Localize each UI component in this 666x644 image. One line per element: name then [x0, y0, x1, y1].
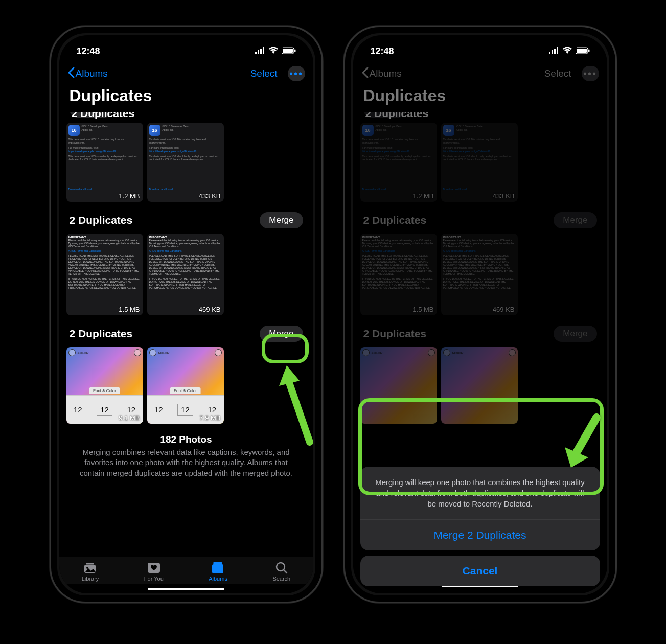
duplicate-thumb[interactable]: IMPORTANT Please read the following term… [147, 234, 224, 315]
svg-rect-16 [552, 50, 553, 54]
status-indicators [255, 46, 296, 57]
back-button: Albums [361, 67, 402, 81]
select-button: Select [539, 66, 577, 81]
file-size: 1.2 MB [412, 192, 433, 200]
status-time: 12:48 [371, 46, 394, 57]
svg-rect-6 [294, 49, 296, 52]
file-size: 1.2 MB [119, 192, 140, 200]
svg-rect-18 [557, 47, 558, 54]
duplicate-thumb: Security [441, 347, 518, 424]
foryou-icon [146, 561, 162, 574]
back-label: Albums [370, 68, 402, 79]
footer-description: Merging combines relevant data like capt… [64, 445, 308, 478]
cancel-button[interactable]: Cancel [360, 556, 600, 586]
file-size: 469 KB [199, 306, 221, 313]
tab-search[interactable]: Search [272, 561, 290, 582]
tab-label: For You [144, 576, 164, 582]
iphone-right: 12:48 Albums Select ••• Duplicates [343, 26, 617, 603]
svg-line-14 [284, 570, 287, 573]
group-label: 2 Duplicates [363, 214, 427, 226]
duplicate-thumb[interactable]: Security Font & Color 12 12 12 7.9 MB [147, 347, 224, 424]
svg-rect-21 [588, 49, 590, 52]
wifi-icon [562, 46, 572, 57]
duplicate-group: 2 Duplicates Merge Security Font & Color… [64, 323, 308, 424]
select-button[interactable]: Select [245, 66, 283, 81]
svg-point-9 [86, 567, 88, 569]
duplicate-group: 2 Duplicates Merge IMPORTANT Please read… [64, 209, 308, 315]
duplicate-group: 2 Duplicates Merge 16iOS 16 Developer Be… [358, 112, 602, 202]
wifi-icon [268, 46, 279, 57]
svg-rect-0 [255, 52, 257, 54]
screen-left: 12:48 Albums Select ••• Duplicates [59, 35, 313, 593]
more-button: ••• [582, 66, 599, 81]
svg-rect-5 [283, 49, 293, 53]
tab-foryou[interactable]: For You [144, 561, 164, 582]
duplicate-group: 2 Duplicates Merge 16iOS 16 Developer Be… [64, 112, 308, 202]
svg-rect-20 [577, 49, 587, 53]
file-size: 9.1 MB [119, 414, 140, 422]
duplicate-thumb[interactable]: 16iOS 16 Developer BetaApple Inc. This b… [66, 123, 143, 202]
duplicate-thumb: IMPORTANT Please read the following term… [360, 234, 437, 315]
back-button[interactable]: Albums [67, 67, 108, 81]
merge-duplicates-button[interactable]: Merge 2 Duplicates [360, 520, 600, 550]
file-size: 469 KB [493, 306, 515, 313]
merge-button: Merge [554, 326, 596, 342]
ellipsis-icon: ••• [583, 68, 597, 80]
svg-rect-12 [213, 562, 222, 564]
merge-button[interactable]: Merge [260, 326, 303, 342]
page-title: Duplicates [353, 84, 607, 112]
status-indicators [549, 46, 590, 57]
cellular-icon [549, 46, 559, 57]
svg-rect-17 [554, 49, 556, 54]
file-size: 1.5 MB [119, 306, 140, 313]
action-sheet: Merging will keep one photo that combine… [360, 467, 600, 586]
notch [438, 35, 522, 55]
group-label: 2 Duplicates [363, 328, 427, 340]
file-size: 1.5 MB [412, 306, 433, 313]
back-label: Albums [76, 68, 108, 79]
nav-bar: Albums Select ••• [59, 62, 313, 84]
svg-rect-11 [212, 564, 223, 573]
photo-count: 182 Photos [64, 434, 308, 445]
merge-button: Merge [554, 212, 596, 228]
duplicate-thumb: 16iOS 16 Developer BetaApple Inc. This b… [360, 123, 437, 202]
file-size: 433 KB [493, 192, 515, 200]
tab-albums[interactable]: Albums [209, 561, 227, 582]
file-size: 7.9 MB [199, 414, 220, 422]
page-title: Duplicates [59, 84, 313, 112]
screen-right: 12:48 Albums Select ••• Duplicates [353, 35, 607, 593]
svg-rect-8 [86, 563, 94, 565]
ellipsis-icon: ••• [289, 68, 303, 80]
group-label: 2 Duplicates [70, 328, 133, 340]
duplicate-thumb[interactable]: Security Font & Color 12 12 12 9.1 MB [66, 347, 143, 424]
albums-icon [211, 561, 226, 574]
battery-icon [576, 46, 590, 57]
group-label: 2 Duplicates [72, 112, 135, 120]
nav-bar: Albums Select ••• [353, 62, 607, 84]
search-icon [274, 561, 289, 574]
file-size: 433 KB [199, 192, 221, 200]
svg-rect-15 [549, 52, 550, 54]
notch [144, 35, 228, 55]
tab-label: Albums [209, 576, 227, 582]
chevron-left-icon [67, 67, 75, 81]
tab-library[interactable]: Library [82, 561, 99, 582]
svg-rect-3 [263, 47, 264, 54]
svg-rect-2 [260, 49, 262, 54]
group-label: 2 Duplicates [70, 214, 133, 226]
content-area[interactable]: 2 Duplicates Merge 16iOS 16 Developer Be… [59, 112, 313, 557]
duplicate-thumb: 16iOS 16 Developer BetaApple Inc. This b… [441, 123, 518, 202]
library-icon [83, 561, 98, 574]
duplicate-thumb[interactable]: IMPORTANT Please read the following term… [66, 234, 143, 315]
iphone-left: 12:48 Albums Select ••• Duplicates [50, 26, 323, 603]
duplicate-group: 2 Duplicates Merge IMPORTANT Please read… [358, 209, 602, 315]
sheet-description: Merging will keep one photo that combine… [360, 467, 600, 520]
merge-button[interactable]: Merge [260, 212, 303, 228]
tab-label: Library [82, 576, 99, 582]
home-indicator[interactable] [148, 588, 224, 590]
more-button[interactable]: ••• [288, 66, 305, 81]
duplicate-thumb[interactable]: 16iOS 16 Developer BetaApple Inc. This b… [147, 123, 224, 202]
cellular-icon [255, 46, 265, 57]
tab-bar: Library For You Albums Search [59, 557, 313, 584]
sheet-card: Merging will keep one photo that combine… [360, 467, 600, 550]
